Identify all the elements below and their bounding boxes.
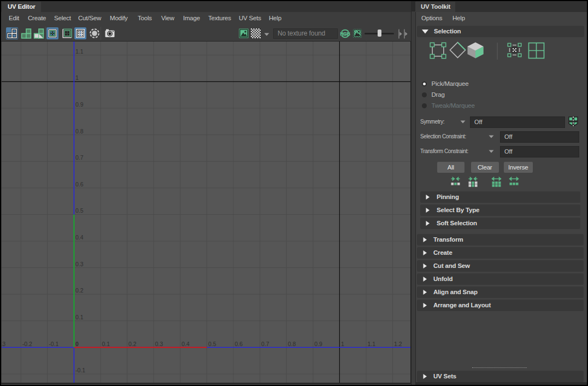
- svg-text:-0.3: -0.3: [2, 341, 5, 347]
- svg-text:0.7: 0.7: [75, 154, 84, 161]
- svg-text:0.3: 0.3: [75, 261, 84, 267]
- svg-text:-0.2: -0.2: [22, 341, 32, 347]
- svg-text:0.1: 0.1: [75, 314, 84, 320]
- svg-text:0.7: 0.7: [261, 341, 269, 347]
- svg-text:0.2: 0.2: [128, 341, 137, 347]
- svg-text:RGB: RGB: [340, 31, 350, 37]
- svg-text:1.1: 1.1: [75, 48, 84, 55]
- svg-text:1.2: 1.2: [394, 341, 402, 347]
- svg-text:1: 1: [75, 74, 79, 81]
- svg-text:0.9: 0.9: [314, 341, 322, 347]
- svg-text:-0.1: -0.1: [75, 367, 85, 373]
- svg-text:0.4: 0.4: [181, 341, 190, 347]
- svg-text:0.1: 0.1: [102, 341, 110, 347]
- svg-text:0.9: 0.9: [75, 101, 84, 108]
- svg-text:1.1: 1.1: [368, 341, 376, 347]
- svg-text:0: 0: [75, 341, 79, 347]
- svg-text:0.6: 0.6: [235, 341, 243, 347]
- svg-text:1: 1: [341, 341, 344, 347]
- svg-text:0.8: 0.8: [75, 128, 84, 134]
- svg-text:0.5: 0.5: [208, 341, 216, 347]
- svg-text:0.5: 0.5: [75, 207, 84, 214]
- svg-text:0.3: 0.3: [155, 341, 163, 347]
- svg-text:-0.1: -0.1: [49, 341, 58, 347]
- svg-text:0.8: 0.8: [288, 341, 296, 347]
- svg-text:0.6: 0.6: [75, 181, 84, 188]
- svg-text:0.4: 0.4: [75, 234, 84, 241]
- svg-text:0.2: 0.2: [75, 287, 84, 294]
